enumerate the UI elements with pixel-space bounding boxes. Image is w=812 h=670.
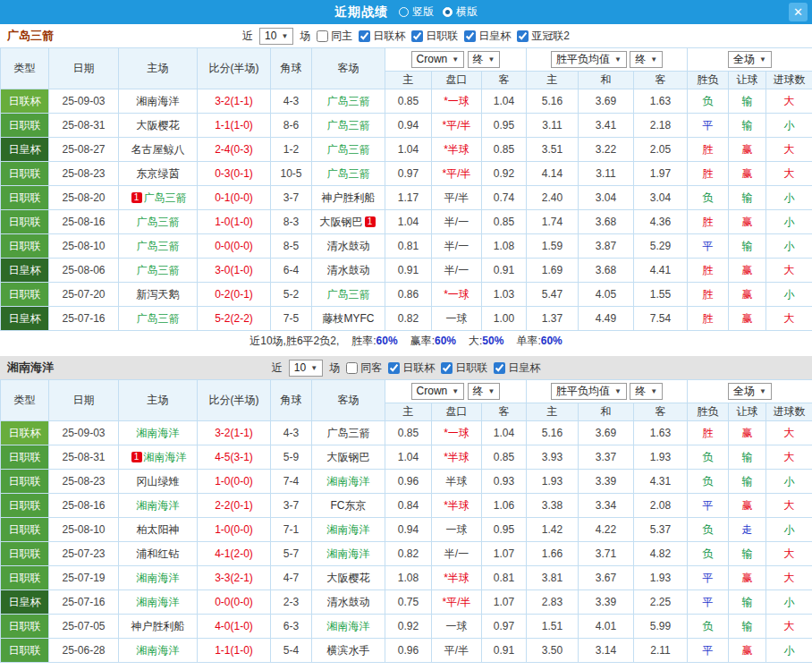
result-goals: 大 [766,494,812,518]
team-name: 广岛三箭 [137,264,180,276]
checkbox-input[interactable] [464,30,476,42]
competition-type: 日职联 [1,162,49,186]
stat-item: 单率:60% [516,334,562,349]
team-name: FC东京 [331,499,367,512]
checkbox-input[interactable] [441,362,453,374]
stat-value: 60% [541,335,562,347]
asian-away-water: 0.93 [482,470,527,494]
recent-count-select[interactable]: 10▼ [289,360,323,377]
corner-score: 6-4 [271,259,312,283]
same-side-checkbox[interactable]: 同客 [346,360,382,376]
checkbox-input[interactable] [359,30,370,42]
checkbox-input[interactable] [517,30,529,42]
section-header-bar: 广岛三箭 近10▼场同主日联杯日职联日皇杯亚冠联2 [0,24,812,47]
recent-count-value: 10 [265,30,276,43]
result-handicap: 赢 [729,210,766,234]
final-odds-select[interactable]: 终▼ [468,51,501,68]
result-outcome: 平 [688,639,729,663]
result-outcome: 平 [688,494,729,518]
euro-draw-odds: 3.39 [579,590,634,615]
competition-type: 日皇杯 [1,590,49,615]
competition-checkbox[interactable]: 日皇杯 [494,360,540,376]
euro-away-odds: 1.93 [634,566,688,590]
match-row: 日皇杯25-07-16广岛三箭5-2(2-2)7-5藤枝MYFC0.82一球1.… [1,307,812,331]
recent-count-select[interactable]: 10▼ [259,28,293,45]
col-score: 比分(半场) [198,380,271,421]
layout-radio[interactable]: 横版 [443,4,478,20]
checkbox-input[interactable] [346,362,358,374]
result-handicap: 输 [729,470,766,494]
result-goals: 小 [766,590,812,615]
same-side-checkbox[interactable]: 同主 [317,29,352,44]
euro-home-odds: 4.14 [527,162,579,186]
asian-home-water: 0.91 [385,259,432,283]
team-name: 湘南海洋 [137,596,180,608]
result-outcome: 负 [688,470,729,494]
match-row: 日皇杯25-08-27名古屋鲸八2-4(0-3)1-2广岛三箭1.04*半球0.… [1,138,812,162]
summary-footer: 近10场,胜6平2负2,胜率:60%赢率:60%大:50%单率:60% [0,331,812,351]
match-date: 25-08-06 [49,259,119,283]
filter-bar: 近10▼场同客日联杯日职联日皇杯 [272,360,540,377]
checkbox-input[interactable] [494,362,505,374]
col-corner: 角球 [271,380,312,421]
competition-checkbox[interactable]: 日联杯 [388,360,435,376]
team-section-home: 湘南海洋 近10▼场同客日联杯日职联日皇杯 类型 日期 主场 比分(半场) 角球… [0,356,812,663]
team-name: 清水鼓动 [327,240,370,252]
team-name: 湘南海洋 [137,572,180,584]
result-outcome: 负 [688,186,729,210]
scope-select[interactable]: 全场▼ [728,383,772,400]
competition-checkbox[interactable]: 亚冠联2 [517,29,570,44]
checkbox-label: 日职联 [426,29,458,44]
euro-home-odds: 5.47 [527,283,579,307]
result-handicap: 赢 [729,421,766,445]
result-outcome: 平 [688,114,729,138]
asian-away-water: 0.95 [482,518,527,542]
result-goals: 小 [766,234,812,259]
euro-home-odds: 3.50 [527,639,579,663]
final-odds-select[interactable]: 终▼ [468,383,501,400]
euro-home-odds: 3.93 [527,445,579,470]
competition-checkbox[interactable]: 日职联 [441,360,487,376]
final-odds-select[interactable]: 终▼ [630,51,663,68]
bookmaker-select[interactable]: Crown▼ [411,51,465,68]
euro-home-odds: 1.66 [527,542,579,566]
scope-select[interactable]: 全场▼ [728,51,772,68]
result-handicap: 赢 [729,162,766,186]
competition-checkbox[interactable]: 日皇杯 [464,29,511,44]
asian-home-water: 0.96 [385,470,432,494]
euro-away-odds: 1.93 [634,445,688,470]
euro-home-odds: 1.69 [527,259,579,283]
euro-draw-odds: 3.39 [579,470,634,494]
result-handicap: 输 [729,234,766,259]
asian-home-water: 0.75 [385,590,432,615]
checkbox-input[interactable] [388,362,400,374]
result-outcome: 负 [688,89,729,114]
odds-average-select[interactable]: 胜平负均值▼ [551,51,627,68]
competition-checkbox[interactable]: 日职联 [411,29,458,44]
home-team: 湘南海洋 [119,89,198,114]
team-name: 湘南海洋 [327,523,370,536]
team-name: 湘南海洋 [137,427,180,439]
checkbox-label: 日职联 [455,360,487,376]
close-button[interactable]: ✕ [789,3,808,21]
checkbox-input[interactable] [411,30,423,42]
competition-checkbox[interactable]: 日联杯 [359,29,405,44]
final-odds-select[interactable]: 终▼ [630,383,663,400]
match-row: 日皇杯25-08-06广岛三箭3-0(1-0)6-4清水鼓动0.91半/一0.9… [1,259,812,283]
checkbox-input[interactable] [317,30,328,42]
score: 4-5(3-1) [198,445,271,470]
home-team: 名古屋鲸八 [119,138,198,162]
layout-radio[interactable]: 竖版 [399,4,434,20]
bookmaker-select[interactable]: Crown▼ [411,383,465,400]
result-handicap: 输 [729,445,766,470]
home-team: 浦和红钻 [119,542,198,566]
col-asian-home: 主 [385,403,432,421]
col-handicap: 盘口 [432,403,482,421]
score: 0-0(0-0) [198,234,271,259]
asian-handicap: *半球 [432,494,482,518]
odds-average-select[interactable]: 胜平负均值▼ [551,383,627,400]
asian-handicap: 平/半 [432,639,482,663]
euro-away-odds: 5.37 [634,518,688,542]
competition-type: 日皇杯 [1,259,49,283]
competition-type: 日职联 [1,542,49,566]
